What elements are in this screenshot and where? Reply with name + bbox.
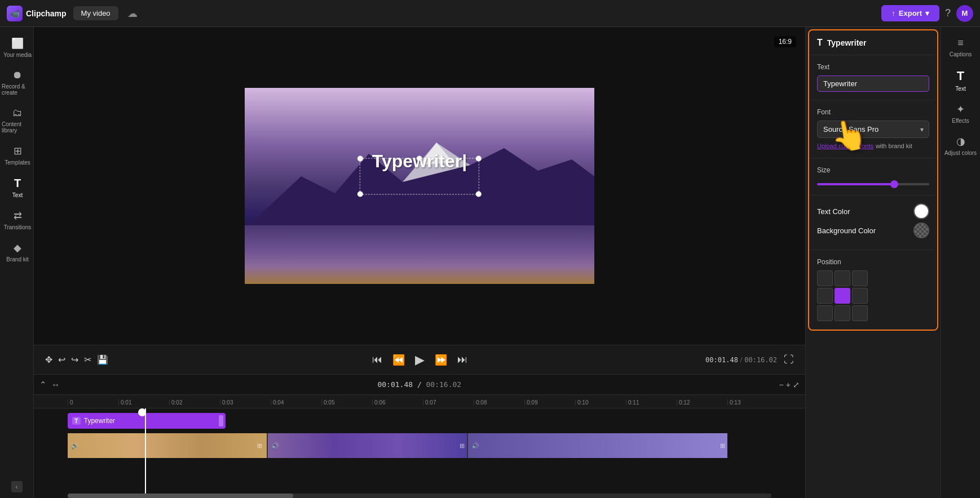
upload-custom-fonts-link[interactable]: Upload custom fonts [817,143,873,149]
zoom-fit-button[interactable]: ⤢ [793,380,800,389]
timeline-zoom-controls: − + ⤢ [779,380,800,389]
video-segment-3[interactable]: 🔊 ⊞ [468,433,727,458]
pos-cell-bl[interactable] [817,305,833,321]
export-arrow-icon: ↑ [891,9,895,17]
pos-cell-tl[interactable] [817,270,833,286]
skip-to-start-button[interactable]: ⏮ [372,354,382,366]
pos-cell-mc[interactable] [835,288,850,304]
expand-icon-1: ⊞ [257,442,262,450]
size-slider[interactable] [817,183,929,185]
center-area: 16:9 [34,27,805,498]
playhead-line[interactable] [145,408,146,493]
timeline-area: ⌃ ↔ 00:01.48 / 00:16.02 − + ⤢ 0 0:01 0:0… [34,374,805,498]
size-section: Size [809,158,937,195]
timeline-scrollbar-thumb[interactable] [68,493,293,498]
sidebar-item-record-create[interactable]: ⏺ Record & create [0,64,33,101]
sidebar-item-adjust-colors[interactable]: ◑ Adjust colors [941,130,980,162]
ruler-mark-12: 0:12 [677,399,727,406]
handle-tl[interactable] [357,155,363,161]
pos-cell-mr[interactable] [852,288,868,304]
pos-cell-tr[interactable] [852,270,868,286]
font-select[interactable]: Source Sans Pro [817,121,929,138]
cloud-save-icon: ☁ [127,7,138,20]
skip-to-end-button[interactable]: ⏭ [457,354,467,366]
avatar[interactable]: M [956,5,973,22]
video-track-row: 🔊 ⊞ 🔊 ⊞ 🔊 ⊞ [68,432,805,459]
handle-bl[interactable] [357,191,363,197]
select-tool-button[interactable]: ✥ [45,354,52,365]
upload-fonts-row: Upload custom fonts with brand kit [817,141,929,150]
timeline-scrollbar[interactable] [68,493,771,498]
timeline-tool-1[interactable]: ↔ [51,380,60,389]
fullscreen-button[interactable]: ⛶ [784,354,794,366]
font-label: Font [817,108,929,116]
sidebar-item-templates[interactable]: ⊞ Templates [0,139,33,171]
panel-header: T Typewriter [809,30,937,55]
sidebar-item-effects[interactable]: ✦ Effects [941,97,980,130]
text-overlay-container[interactable]: Typewriter| [363,161,476,191]
fast-forward-button[interactable]: ⏩ [435,354,447,366]
text-input-field[interactable] [817,75,929,92]
tracks-area: T Typewriter 🔊 ⊞ [34,408,805,463]
time-display: 00:01.48 / 00:16.02 [705,356,777,364]
sidebar-item-captions[interactable]: ≡ Captions [941,32,980,63]
sidebar-collapse-button[interactable]: ‹ [11,481,23,492]
pos-cell-bc[interactable] [835,305,850,321]
text-track-icon: T [72,417,81,425]
video-segment-1[interactable]: 🔊 ⊞ [68,433,268,458]
ruler-mark-3: 0:03 [220,399,271,406]
background-color-swatch[interactable] [913,223,929,238]
text-track-row: T Typewriter [68,412,805,430]
font-section: Font Source Sans Pro ▾ Upload custom fon… [809,100,937,158]
text-track[interactable]: T Typewriter [68,413,226,429]
sidebar-item-label-record-create: Record & create [2,83,33,96]
background-color-label: Background Color [817,226,876,235]
undo-button[interactable]: ↩ [58,354,65,365]
content-library-icon: 🗂 [12,107,23,119]
adjust-colors-icon: ◑ [956,135,965,148]
record-create-icon: ⏺ [12,69,23,81]
help-button[interactable]: ? [945,7,951,19]
ruler-mark-0: 0 [68,399,118,406]
sidebar-item-content-library[interactable]: 🗂 Content library [0,101,33,139]
project-name-button[interactable]: My video [73,6,118,20]
sidebar-item-text[interactable]: T Text [0,171,33,204]
timeline-separator: / [417,380,426,389]
redo-button[interactable]: ↪ [71,354,78,365]
sidebar-item-text-right[interactable]: T Text [941,63,980,97]
export-chevron-icon: ▾ [925,9,929,17]
timeline-collapse-button[interactable]: ⌃ [39,380,47,390]
audio-icon-3: 🔊 [471,442,479,450]
zoom-in-button[interactable]: + [786,380,791,389]
export-button[interactable]: ↑ Export ▾ [881,5,939,21]
ruler-mark-10: 0:10 [575,399,626,406]
text-section: Text [809,55,937,100]
app-logo-icon: 📹 [7,6,23,21]
playhead-indicator[interactable] [138,408,146,416]
audio-icon-2: 🔊 [271,442,279,450]
save-button[interactable]: 💾 [97,354,108,365]
split-button[interactable]: ✂ [84,354,91,365]
play-button[interactable]: ▶ [415,353,425,367]
sidebar-item-transitions[interactable]: ⇄ Transitions [0,204,33,236]
text-color-swatch[interactable] [913,203,929,219]
pos-cell-ml[interactable] [817,288,833,304]
effects-label: Effects [952,118,969,124]
video-segment-2[interactable]: 🔊 ⊞ [268,433,468,458]
pos-cell-br[interactable] [852,305,868,321]
zoom-out-button[interactable]: − [779,380,784,389]
topbar: 📹 Clipchamp My video ☁ ↑ Export ▾ ? M [0,0,980,27]
pos-cell-tc[interactable] [835,270,850,286]
text-color-section: Text Color Background Color [809,195,937,250]
sidebar-item-your-media[interactable]: ⬜ Your media [0,32,33,64]
video-track[interactable]: 🔊 ⊞ 🔊 ⊞ 🔊 ⊞ [68,433,805,458]
position-label: Position [817,258,929,266]
video-frame[interactable]: Typewriter| [245,88,594,284]
rewind-button[interactable]: ⏪ [392,354,405,366]
position-grid [817,270,929,321]
text-color-row: Text Color [817,203,929,219]
font-select-wrapper: Source Sans Pro ▾ [817,121,929,138]
text-track-handle-right[interactable] [219,415,223,426]
sidebar-item-brand-kit[interactable]: ◆ Brand kit [0,236,33,268]
sidebar-item-label-transitions: Transitions [4,224,32,230]
